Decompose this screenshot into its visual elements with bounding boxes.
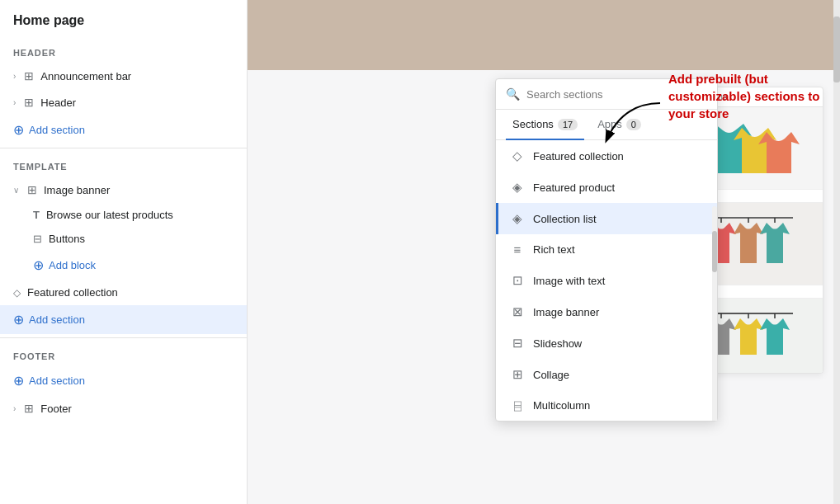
chevron-icon: › xyxy=(13,404,16,413)
add-section-label: Add section xyxy=(29,313,85,326)
add-block-button[interactable]: ⊕ Add block xyxy=(0,251,247,280)
sidebar-item-featured-collection[interactable]: ◇ Featured collection xyxy=(0,280,247,305)
section-item-image-banner[interactable]: ⊠ Image banner xyxy=(496,296,717,327)
grid-icon: ⊞ xyxy=(24,402,34,415)
search-icon: 🔍 xyxy=(506,87,520,101)
callout-annotation: Add prebuilt (but customizable) sections… xyxy=(668,70,833,122)
chevron-icon: › xyxy=(13,72,16,81)
sections-list: ◇ Featured collection ◈ Featured product… xyxy=(496,140,717,421)
image-icon: ⊠ xyxy=(510,304,525,319)
chevron-down-icon: ∨ xyxy=(13,186,19,195)
arrow-annotation xyxy=(590,95,664,153)
section-item-label: Featured product xyxy=(533,181,615,194)
sidebar: Home page HEADER › ⊞ Announcement bar › … xyxy=(0,0,248,504)
section-item-label: Collection list xyxy=(533,213,597,225)
text-icon: T xyxy=(33,209,40,221)
grid-small-icon: ⊟ xyxy=(33,233,42,245)
sidebar-item-announcement-bar[interactable]: › ⊞ Announcement bar xyxy=(0,63,247,89)
section-item-multicolumn[interactable]: ⌸ Multicolumn xyxy=(496,390,717,421)
section-item-slideshow[interactable]: ⊟ Slideshow xyxy=(496,327,717,359)
sub-item-browse[interactable]: T Browse our latest products xyxy=(0,203,247,227)
add-block-label: Add block xyxy=(49,259,96,271)
section-item-label: Slideshow xyxy=(533,337,582,350)
section-label-template: TEMPLATE xyxy=(0,152,247,177)
chevron-icon: › xyxy=(13,98,16,107)
preview-header-bg xyxy=(248,0,840,70)
sidebar-item-footer[interactable]: › ⊞ Footer xyxy=(0,395,247,422)
sidebar-item-label: Header xyxy=(40,97,234,109)
section-item-label: Collage xyxy=(533,369,569,381)
sidebar-item-header[interactable]: › ⊞ Header xyxy=(0,89,247,115)
diamond-icon: ◇ xyxy=(13,287,21,299)
section-label-footer: FOOTER xyxy=(0,341,247,366)
main-scrollbar[interactable] xyxy=(833,0,840,504)
sidebar-item-label: Featured collection xyxy=(27,286,234,299)
sidebar-item-label: Image banner xyxy=(44,184,234,196)
footer-add-section-button[interactable]: ⊕ Add section xyxy=(0,366,247,395)
section-item-label: Image with text xyxy=(533,275,605,287)
section-item-label: Rich text xyxy=(533,243,575,256)
header-add-section-button[interactable]: ⊕ Add section xyxy=(0,115,247,144)
grid-icon: ⊞ xyxy=(24,69,34,82)
divider xyxy=(0,337,247,338)
grid-icon: ⊞ xyxy=(24,96,34,109)
columns-icon: ⌸ xyxy=(510,398,525,412)
image-text-icon: ⊡ xyxy=(510,273,525,288)
section-item-rich-text[interactable]: ≡ Rich text xyxy=(496,234,717,265)
diamond-outline-icon: ◈ xyxy=(510,180,525,195)
sidebar-item-label: Footer xyxy=(40,403,234,415)
template-add-section-button[interactable]: ⊕ Add section xyxy=(0,305,247,334)
section-item-collage[interactable]: ⊞ Collage xyxy=(496,359,717,390)
page-title: Home page xyxy=(0,0,247,38)
scrollbar-thumb xyxy=(712,231,717,272)
callout-text: Add prebuilt (but customizable) sections… xyxy=(668,70,833,122)
plus-icon: ⊕ xyxy=(13,373,24,389)
add-section-label: Add section xyxy=(29,374,85,387)
divider xyxy=(0,148,247,148)
section-item-collection-list[interactable]: ◈ Collection list xyxy=(496,203,717,234)
sidebar-item-label: Announcement bar xyxy=(40,70,234,82)
section-item-image-with-text[interactable]: ⊡ Image with text xyxy=(496,265,717,296)
section-label-header: HEADER xyxy=(0,38,247,63)
tab-sections-label: Sections xyxy=(512,118,554,130)
grid-icon: ⊞ xyxy=(27,183,37,196)
sub-item-label: Buttons xyxy=(49,233,85,245)
collage-icon: ⊞ xyxy=(510,367,525,382)
section-item-featured-product[interactable]: ◈ Featured product xyxy=(496,172,717,203)
plus-icon: ⊕ xyxy=(13,122,24,138)
section-item-label: Image banner xyxy=(533,306,599,318)
sidebar-item-image-banner[interactable]: ∨ ⊞ Image banner xyxy=(0,177,247,203)
overlay-scrollbar[interactable] xyxy=(712,206,717,421)
tab-sections-badge: 17 xyxy=(558,119,578,130)
section-item-label: Multicolumn xyxy=(533,399,590,412)
add-section-label: Add section xyxy=(29,124,85,136)
diamond-icon: ◇ xyxy=(510,148,525,163)
sub-item-label: Browse our latest products xyxy=(46,209,173,221)
sub-item-buttons[interactable]: ⊟ Buttons xyxy=(0,227,247,251)
plus-icon: ⊕ xyxy=(33,257,44,273)
plus-icon: ⊕ xyxy=(13,312,24,327)
align-left-icon: ≡ xyxy=(510,243,525,257)
slideshow-icon: ⊟ xyxy=(510,336,525,351)
main-preview-area: Collections — — — xyxy=(248,0,840,504)
tab-sections[interactable]: Sections 17 xyxy=(506,110,584,140)
main-scrollbar-thumb xyxy=(833,16,840,82)
diamond-outline-icon: ◈ xyxy=(510,211,525,226)
